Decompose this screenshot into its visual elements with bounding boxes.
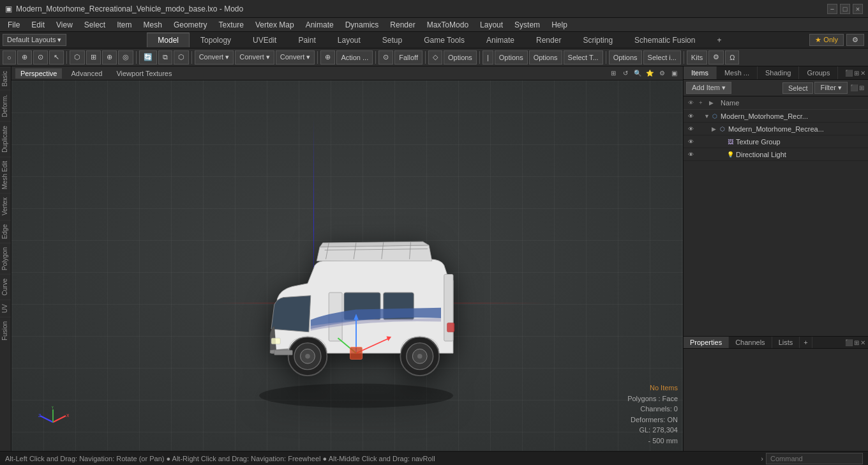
toolbar-lasso-select[interactable]: ⊕ bbox=[17, 50, 32, 65]
scene-item-item3[interactable]: 👁 🖼Texture Group bbox=[684, 135, 868, 148]
scene-item-expand-item1[interactable]: ▼ bbox=[704, 113, 710, 119]
toolbar-pivot[interactable]: ◎ bbox=[118, 50, 133, 65]
tab-model[interactable]: Model bbox=[147, 33, 190, 47]
scene-tab-items[interactable]: Items bbox=[684, 66, 717, 79]
panel-tab-resize-btn-2[interactable]: ✕ bbox=[860, 70, 865, 77]
menu-item-layout[interactable]: Layout bbox=[475, 19, 508, 31]
toolbar-sym-icon[interactable]: ◇ bbox=[428, 50, 442, 65]
viewport-icon-5[interactable]: ▣ bbox=[669, 68, 679, 79]
scene-item-vis-item1[interactable]: 👁 bbox=[686, 112, 695, 121]
left-tab-basic[interactable]: Basic bbox=[0, 66, 11, 90]
viewport-tab-viewport-textures[interactable]: Viewport Textures bbox=[111, 68, 177, 79]
viewport-icon-3[interactable]: ⭐ bbox=[645, 68, 655, 79]
visibility-icon[interactable]: 👁 bbox=[686, 98, 695, 107]
tab-uvedit[interactable]: UVEdit bbox=[242, 33, 287, 47]
toolbar-snap-grid[interactable]: ⬡ bbox=[70, 50, 85, 65]
scene-item-vis-item3[interactable]: 👁 bbox=[686, 137, 695, 146]
toolbar-ngon[interactable]: ⬡ bbox=[174, 50, 189, 65]
toolbar-falloff-icon2[interactable]: ⊙ bbox=[378, 50, 393, 65]
toolbar-convert1[interactable]: Convert ▾ bbox=[195, 50, 234, 65]
menu-item-texture[interactable]: Texture bbox=[214, 19, 249, 31]
toolbar-select-i[interactable]: Select i... bbox=[643, 50, 681, 65]
toolbar-kits[interactable]: Kits bbox=[687, 50, 707, 65]
filter-button[interactable]: Filter ▾ bbox=[814, 82, 848, 94]
toolbar-move-pivot[interactable]: ⊕ bbox=[102, 50, 117, 65]
left-tab-edge[interactable]: Edge bbox=[0, 220, 11, 243]
tab-schematic-fusion[interactable]: Schematic Fusion bbox=[624, 33, 706, 47]
toolbar-move-tool[interactable]: ⊕ bbox=[320, 50, 335, 65]
scene-tab-groups[interactable]: Groups bbox=[799, 66, 838, 79]
toolbar-falloff[interactable]: Falloff bbox=[394, 50, 423, 65]
tab-paint[interactable]: Paint bbox=[287, 33, 326, 47]
menu-item-select[interactable]: Select bbox=[79, 19, 110, 31]
menu-item-mesh[interactable]: Mesh bbox=[138, 19, 167, 31]
panel-tab-resize-btn-0[interactable]: ⬛ bbox=[845, 70, 853, 77]
menu-item-dynamics[interactable]: Dynamics bbox=[340, 19, 384, 31]
toolbar-symmetry[interactable]: 🔄 bbox=[139, 50, 157, 65]
prop-resize-btn-2[interactable]: ✕ bbox=[860, 339, 865, 346]
star-only-button[interactable]: ★ Only bbox=[809, 34, 844, 46]
tab-render[interactable]: Render bbox=[525, 33, 572, 47]
prop-tab-channels[interactable]: Channels bbox=[729, 337, 772, 348]
viewport-canvas[interactable]: No Items Polygons : Face Channels: 0 Def… bbox=[11, 80, 683, 451]
tab-animate[interactable]: Animate bbox=[475, 33, 525, 47]
toolbar-element-select[interactable]: ⊙ bbox=[33, 50, 48, 65]
viewport-tab-perspective[interactable]: Perspective bbox=[15, 68, 62, 79]
menu-item-render[interactable]: Render bbox=[385, 19, 420, 31]
left-tab-curve[interactable]: Curve bbox=[0, 274, 11, 300]
expand-icon[interactable]: ▶ bbox=[707, 98, 715, 107]
toolbar-arrow-select[interactable]: ↖ bbox=[49, 50, 64, 65]
tab-layout[interactable]: Layout bbox=[327, 33, 371, 47]
toolbar-convert2[interactable]: Convert ▾ bbox=[235, 50, 274, 65]
viewport-icon-2[interactable]: 🔍 bbox=[632, 68, 643, 79]
toolbar-options1[interactable]: Options bbox=[444, 50, 477, 65]
menu-item-view[interactable]: View bbox=[51, 19, 78, 31]
left-tab-fusion[interactable]: Fusion bbox=[0, 317, 11, 344]
toolbar-options3[interactable]: Options bbox=[529, 50, 562, 65]
tab-topology[interactable]: Topology bbox=[190, 33, 242, 47]
prop-tab-add-button[interactable]: + bbox=[800, 337, 812, 348]
prop-tab-lists[interactable]: Lists bbox=[772, 337, 800, 348]
menu-item-maxtomodo[interactable]: MaxToModo bbox=[422, 19, 474, 31]
menu-item-edit[interactable]: Edit bbox=[26, 19, 50, 31]
toolbar-omega-icon[interactable]: Ω bbox=[725, 50, 739, 65]
toolbar-poly-cage[interactable]: ⧉ bbox=[158, 50, 172, 65]
panel-expand-button[interactable]: ⬛ bbox=[850, 84, 858, 91]
panel-collapse-button[interactable]: ⊞ bbox=[859, 84, 864, 91]
minimize-button[interactable]: − bbox=[827, 4, 837, 14]
add-item-button[interactable]: Add Item ▾ bbox=[686, 82, 731, 94]
left-tab-polygon[interactable]: Polygon bbox=[0, 243, 11, 274]
left-tab-vertex[interactable]: Vertex bbox=[0, 193, 11, 219]
toolbar-convert3[interactable]: Convert ▾ bbox=[276, 50, 315, 65]
left-tab-deform.[interactable]: Deform. bbox=[0, 90, 11, 121]
toolbar-action[interactable]: Action ... bbox=[336, 50, 373, 65]
tab-scripting[interactable]: Scripting bbox=[572, 33, 624, 47]
select-button[interactable]: Select bbox=[782, 82, 814, 94]
command-input[interactable] bbox=[766, 453, 863, 464]
menu-item-animate[interactable]: Animate bbox=[301, 19, 339, 31]
left-tab-uv[interactable]: UV bbox=[0, 300, 11, 317]
toolbar-gear-icon[interactable]: ⚙ bbox=[708, 50, 724, 65]
layout-selector[interactable]: Default Layouts ▾ bbox=[3, 34, 66, 46]
toolbar-circle-select[interactable]: ○ bbox=[3, 50, 16, 65]
menu-item-help[interactable]: Help bbox=[546, 19, 572, 31]
tab-add-button[interactable]: + bbox=[706, 33, 732, 47]
menu-item-vertex-map[interactable]: Vertex Map bbox=[250, 19, 299, 31]
tab-setup[interactable]: Setup bbox=[371, 33, 413, 47]
scene-tab-mesh-...[interactable]: Mesh ... bbox=[717, 66, 758, 79]
menu-item-geometry[interactable]: Geometry bbox=[168, 19, 213, 31]
viewport-icon-4[interactable]: ⚙ bbox=[657, 68, 667, 79]
left-tab-duplicate[interactable]: Duplicate bbox=[0, 121, 11, 156]
lock-icon[interactable]: + bbox=[696, 98, 705, 107]
scene-item-vis-item2[interactable]: 👁 bbox=[686, 125, 695, 133]
left-tab-mesh-edit[interactable]: Mesh Edit bbox=[0, 156, 11, 193]
scene-item-vis-item4[interactable]: 👁 bbox=[686, 150, 695, 159]
prop-resize-btn-0[interactable]: ⬛ bbox=[845, 339, 853, 346]
scene-tab-shading[interactable]: Shading bbox=[758, 66, 799, 79]
menu-item-item[interactable]: Item bbox=[112, 19, 137, 31]
scene-item-item1[interactable]: 👁 ▼⬡Modern_Motorhome_Recr... bbox=[684, 110, 868, 123]
menu-item-file[interactable]: File bbox=[3, 19, 25, 31]
toolbar-options4[interactable]: Options bbox=[609, 50, 642, 65]
tab-game-tools[interactable]: Game Tools bbox=[413, 33, 475, 47]
viewport-icon-0[interactable]: ⊞ bbox=[608, 68, 618, 79]
